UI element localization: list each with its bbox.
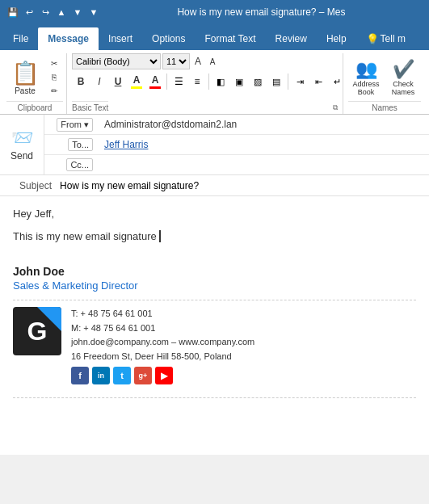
align-left-button[interactable]: ◧ xyxy=(212,73,229,90)
address-book-icon: 👥 xyxy=(355,59,377,80)
check-names-button[interactable]: ✔️ Check Names xyxy=(385,57,421,99)
paste-icon: 📋 xyxy=(11,60,40,86)
align-center-button[interactable]: ▣ xyxy=(230,73,248,90)
send-button[interactable]: 📨 Send xyxy=(0,115,44,174)
indent-button[interactable]: ⇥ xyxy=(291,73,309,90)
sig-name: John Doe xyxy=(13,265,416,278)
align-right-button[interactable]: ▨ xyxy=(249,73,267,90)
to-input[interactable] xyxy=(101,137,429,152)
tab-file[interactable]: File xyxy=(3,27,38,50)
bold-button[interactable]: B xyxy=(72,73,90,90)
twitter-link[interactable]: t xyxy=(113,367,131,384)
font-size-increase-button[interactable]: A xyxy=(191,53,204,69)
subject-input[interactable] xyxy=(57,178,429,193)
save-icon[interactable]: 💾 xyxy=(6,6,19,19)
font-family-select[interactable]: Calibri (Body) xyxy=(72,53,161,69)
separator xyxy=(166,74,167,90)
tab-help[interactable]: Help xyxy=(317,27,356,50)
tab-review[interactable]: Review xyxy=(266,27,317,50)
copy-button[interactable]: ⎘ xyxy=(45,71,63,84)
subject-row: Subject xyxy=(0,174,429,195)
check-names-icon: ✔️ xyxy=(393,59,414,80)
font-color-indicator xyxy=(149,86,161,89)
sig-top-divider xyxy=(13,300,416,300)
subject-label: Subject xyxy=(0,180,57,191)
names-group: 👥 Address Book ✔️ Check Names Names xyxy=(345,53,424,114)
sig-details: T: + 48 75 64 61 001 M: + 48 75 64 61 00… xyxy=(71,307,254,384)
rtl-button[interactable]: ↵ xyxy=(328,73,346,90)
linkedin-link[interactable]: in xyxy=(92,367,110,384)
tab-tell[interactable]: 💡 Tell m xyxy=(356,27,415,50)
window-title: How is my new email signature? – Mes xyxy=(100,6,423,18)
more-icon[interactable]: ▼ xyxy=(87,6,100,19)
highlight-color-button[interactable]: A xyxy=(128,73,145,90)
from-input[interactable] xyxy=(101,117,429,132)
send-area: 📨 Send xyxy=(0,115,44,174)
font-size-decrease-button[interactable]: A xyxy=(206,53,219,69)
redo-icon[interactable]: ↪ xyxy=(39,6,52,19)
clipboard-group: 📋 Paste ✂ ⎘ ✏ Clipboard xyxy=(3,53,67,114)
sig-address: 16 Freedom St, Deer Hill 58-500, Poland xyxy=(71,350,254,364)
title-bar: 💾 ↩ ↪ ▲ ▼ ▼ How is my new email signatur… xyxy=(0,0,429,24)
basic-text-group: Calibri (Body) 11 A A B I U A A xyxy=(69,53,343,114)
basic-text-expand-button[interactable]: ⧉ xyxy=(331,103,339,112)
tab-message[interactable]: Message xyxy=(38,27,99,50)
facebook-link[interactable]: f xyxy=(71,367,89,384)
sig-mobile: M: + 48 75 64 61 001 xyxy=(71,321,254,336)
googleplus-link[interactable]: g+ xyxy=(134,367,152,384)
message-body[interactable]: Hey Jeff, This is my new email signature… xyxy=(0,196,429,455)
move-up-icon[interactable]: ▲ xyxy=(55,6,68,19)
body-text: This is my new email signature xyxy=(13,229,416,245)
sig-bottom-divider xyxy=(13,397,416,398)
italic-button[interactable]: I xyxy=(90,73,108,90)
from-dropdown-button[interactable]: From ▾ xyxy=(57,118,93,132)
underline-button[interactable]: U xyxy=(109,73,127,90)
outdent-button[interactable]: ⇤ xyxy=(309,73,327,90)
text-cursor xyxy=(157,230,162,242)
from-field-row: From ▾ xyxy=(44,115,429,135)
window-controls: 💾 ↩ ↪ ▲ ▼ ▼ xyxy=(6,6,100,19)
cut-button[interactable]: ✂ xyxy=(45,57,63,70)
highlight-color-indicator xyxy=(131,86,142,89)
greeting-text: Hey Jeff, xyxy=(13,206,416,222)
names-label: Names xyxy=(348,101,421,114)
tab-insert[interactable]: Insert xyxy=(99,27,142,50)
send-icon: 📨 xyxy=(11,128,33,149)
font-color-button[interactable]: A xyxy=(146,73,164,90)
cc-button[interactable]: Cc... xyxy=(66,158,93,171)
sig-contact-row: G T: + 48 75 64 61 001 M: + 48 75 64 61 … xyxy=(13,307,416,384)
ribbon-panel: 📋 Paste ✂ ⎘ ✏ Clipboard Calibri (Body) 1… xyxy=(0,50,429,115)
cc-field-row: Cc... xyxy=(44,155,429,174)
separator2 xyxy=(208,74,209,90)
clipboard-label: Clipboard xyxy=(6,101,63,114)
move-down-icon[interactable]: ▼ xyxy=(71,6,84,19)
email-form: 📨 Send From ▾ To... xyxy=(0,115,429,196)
font-size-select[interactable]: 11 xyxy=(162,53,190,69)
tab-options[interactable]: Options xyxy=(142,27,195,50)
signature: John Doe Sales & Marketing Director G T:… xyxy=(13,257,416,398)
sig-logo: G xyxy=(13,307,61,355)
unordered-list-button[interactable]: ☰ xyxy=(170,73,187,90)
align-justify-button[interactable]: ▤ xyxy=(267,73,285,90)
youtube-link[interactable]: ▶ xyxy=(155,367,173,384)
ordered-list-button[interactable]: ≡ xyxy=(188,73,206,90)
separator3 xyxy=(288,74,288,90)
address-book-button[interactable]: 👥 Address Book xyxy=(348,57,384,99)
sig-email-web: john.doe@company.com – www.company.com xyxy=(71,335,254,350)
basic-text-label: Basic Text xyxy=(72,101,108,114)
paste-button[interactable]: 📋 Paste xyxy=(6,57,44,99)
undo-icon[interactable]: ↩ xyxy=(23,6,36,19)
sig-phone: T: + 48 75 64 61 001 xyxy=(71,307,254,321)
to-field-row: To... xyxy=(44,135,429,155)
cc-input[interactable] xyxy=(101,158,429,172)
format-painter-button[interactable]: ✏ xyxy=(45,85,63,98)
sig-social-links: f in t g+ ▶ xyxy=(71,367,254,384)
to-button[interactable]: To... xyxy=(68,138,93,151)
sig-title: Sales & Marketing Director xyxy=(13,279,416,292)
tab-format-text[interactable]: Format Text xyxy=(195,27,265,50)
ribbon-tab-bar: File Message Insert Options Format Text … xyxy=(0,24,429,50)
